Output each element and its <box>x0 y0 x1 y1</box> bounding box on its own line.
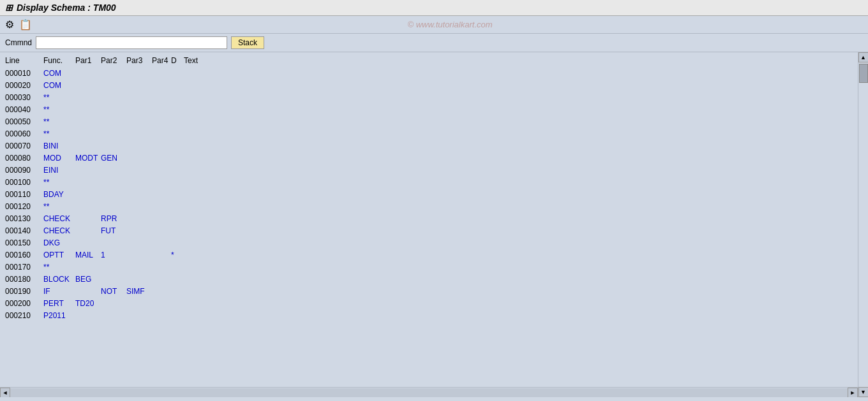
cell-func: P2011 <box>43 310 75 321</box>
header-d: D <box>171 56 184 65</box>
cell-line: 000200 <box>5 298 43 309</box>
scroll-up-arrow[interactable]: ▲ <box>858 52 869 62</box>
command-bar: Cmmnd Stack <box>0 34 868 52</box>
header-par1: Par1 <box>75 56 101 65</box>
scroll-right-arrow[interactable]: ► <box>848 388 858 398</box>
main-area: ▲ ▼ Line Func. Par1 Par2 Par3 Par4 D Tex… <box>0 52 868 397</box>
table-row[interactable]: 000080 MOD MODT GEN <box>5 152 851 164</box>
cell-line: 000120 <box>5 201 43 212</box>
table-row[interactable]: 000060 ** <box>5 128 851 140</box>
cell-line: 000170 <box>5 262 43 273</box>
header-par2: Par2 <box>101 56 126 65</box>
table-row[interactable]: 000030 ** <box>5 92 851 104</box>
table-row[interactable]: 000110 BDAY <box>5 189 851 201</box>
cell-line: 000070 <box>5 141 43 152</box>
cell-func: BDAY <box>43 189 75 200</box>
cell-func: IF <box>43 286 75 297</box>
horizontal-scrollbar[interactable]: ◄ ► <box>0 387 858 397</box>
cell-func: MOD <box>43 153 75 164</box>
cell-func: ** <box>43 201 75 212</box>
command-label: Cmmnd <box>5 38 32 47</box>
cell-line: 000060 <box>5 129 43 140</box>
scroll-down-arrow[interactable]: ▼ <box>858 387 869 397</box>
cell-d: * <box>171 250 184 261</box>
table-row[interactable]: 000130 CHECK RPR <box>5 213 851 225</box>
cell-line: 000100 <box>5 177 43 188</box>
cell-func: CHECK <box>43 226 75 237</box>
content-area: Line Func. Par1 Par2 Par3 Par4 D Text 00… <box>0 52 857 324</box>
cell-par2: NOT <box>101 286 126 297</box>
cell-line: 000050 <box>5 117 43 128</box>
page-title: Display Schema : TM00 <box>17 3 116 13</box>
table-row[interactable]: 000090 EINI <box>5 164 851 177</box>
cell-func: CHECK <box>43 214 75 224</box>
cell-line: 000180 <box>5 274 43 285</box>
cell-line: 000140 <box>5 226 43 237</box>
table-row[interactable]: 000160 OPTT MAIL 1 * <box>5 249 851 261</box>
scroll-left-arrow[interactable]: ◄ <box>0 388 10 398</box>
table-row[interactable]: 000050 ** <box>5 116 851 128</box>
cell-func: ** <box>43 129 75 140</box>
cell-line: 000110 <box>5 189 43 200</box>
cell-line: 000190 <box>5 286 43 297</box>
table-row[interactable]: 000040 ** <box>5 104 851 116</box>
column-headers: Line Func. Par1 Par2 Par3 Par4 D Text <box>5 55 851 66</box>
data-rows: 000010 COM 000020 COM 000030 ** <box>5 68 851 322</box>
cell-line: 000040 <box>5 105 43 115</box>
scroll-thumb[interactable] <box>859 64 868 83</box>
toolbar: ⚙ 📋 © www.tutorialkart.com <box>0 16 868 34</box>
table-row[interactable]: 000020 COM <box>5 80 851 92</box>
header-par4: Par4 <box>152 56 171 65</box>
table-row[interactable]: 000210 P2011 <box>5 310 851 322</box>
cell-par3: SIMF <box>126 286 152 297</box>
table-row[interactable]: 000200 PERT TD20 <box>5 298 851 310</box>
cell-func: COM <box>43 80 75 91</box>
cell-line: 000160 <box>5 250 43 261</box>
cell-par2: RPR <box>101 214 126 224</box>
header-line: Line <box>5 56 43 65</box>
title-icon: ⊞ <box>5 3 13 13</box>
table-row[interactable]: 000150 DKG <box>5 237 851 249</box>
watermark: © www.tutorialkart.com <box>37 20 863 29</box>
cell-func: ** <box>43 117 75 128</box>
table-row[interactable]: 000180 BLOCK BEG <box>5 273 851 286</box>
table-row[interactable]: 000140 CHECK FUT <box>5 225 851 237</box>
cell-func: BLOCK <box>43 274 75 285</box>
cell-func: ** <box>43 92 75 103</box>
cell-line: 000210 <box>5 310 43 321</box>
cell-func: BINI <box>43 141 75 152</box>
cell-func: EINI <box>43 165 75 176</box>
cell-func: COM <box>43 68 75 79</box>
cell-func: OPTT <box>43 250 75 261</box>
cell-par1: TD20 <box>75 298 101 309</box>
cell-par1: MAIL <box>75 250 101 261</box>
toolbar-icon-settings[interactable]: ⚙ <box>5 18 14 31</box>
table-row[interactable]: 000120 ** <box>5 201 851 213</box>
cell-line: 000020 <box>5 80 43 91</box>
cell-par2: FUT <box>101 226 126 237</box>
table-row[interactable]: 000010 COM <box>5 68 851 80</box>
cell-par1: MODT <box>75 153 101 164</box>
vertical-scrollbar[interactable]: ▲ ▼ <box>858 52 868 397</box>
cell-line: 000130 <box>5 214 43 224</box>
cell-par2: 1 <box>101 250 126 261</box>
cell-line: 000030 <box>5 92 43 103</box>
cell-line: 000080 <box>5 153 43 164</box>
scroll-h-track <box>10 388 848 397</box>
cell-line: 000090 <box>5 165 43 176</box>
cell-line: 000150 <box>5 238 43 249</box>
table-row[interactable]: 000190 IF NOT SIMF <box>5 286 851 298</box>
header-par3: Par3 <box>126 56 152 65</box>
stack-button[interactable]: Stack <box>231 36 264 49</box>
cell-func: DKG <box>43 238 75 249</box>
cell-func: ** <box>43 177 75 188</box>
table-row[interactable]: 000100 ** <box>5 177 851 189</box>
table-row[interactable]: 000170 ** <box>5 261 851 273</box>
cell-func: PERT <box>43 298 75 309</box>
cell-line: 000010 <box>5 68 43 79</box>
toolbar-icon-clipboard[interactable]: 📋 <box>19 18 32 31</box>
title-bar: ⊞ Display Schema : TM00 <box>0 0 868 16</box>
cell-func: ** <box>43 262 75 273</box>
table-row[interactable]: 000070 BINI <box>5 140 851 152</box>
command-input[interactable] <box>36 36 227 49</box>
